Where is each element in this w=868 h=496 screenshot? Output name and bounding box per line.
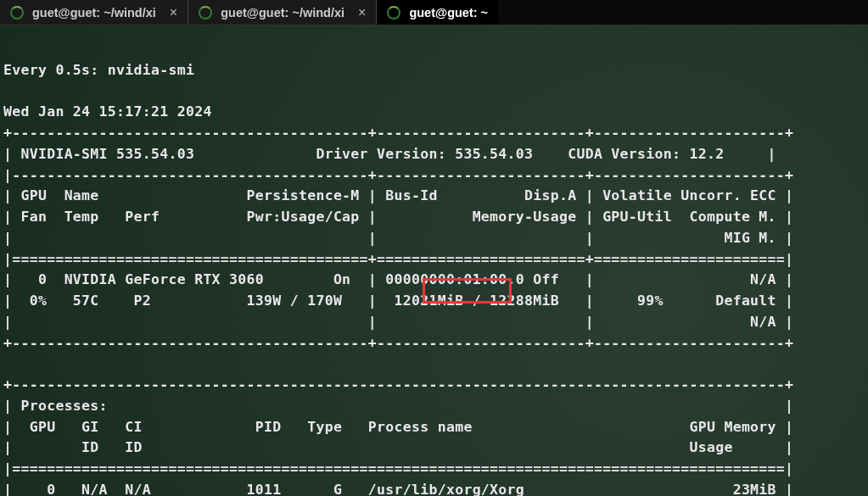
terminal-tab-1[interactable]: guet@guet: ~/wind/xi ×: [0, 0, 188, 25]
terminal-output[interactable]: Every 0.5s: nvidia-smi Wed Jan 24 15:17:…: [0, 25, 868, 496]
tab-title: guet@guet: ~/wind/xi: [221, 6, 344, 20]
separator-equals: |=======================================…: [3, 251, 793, 267]
tab-bar: guet@guet: ~/wind/xi × guet@guet: ~/wind…: [0, 0, 868, 25]
spinner-icon: [10, 6, 24, 20]
close-icon[interactable]: ×: [358, 5, 366, 20]
header-line-2: | Fan Temp Perf Pwr:Usage/Cap | Memory-U…: [3, 209, 793, 225]
border-bottom: +---------------------------------------…: [3, 335, 793, 351]
processes-header-1: | GPU GI CI PID Type Process name GPU Me…: [3, 419, 793, 435]
spinner-icon: [387, 6, 400, 20]
tab-title: guet@guet: ~: [409, 6, 488, 20]
close-icon[interactable]: ×: [170, 5, 177, 20]
gpu-row-1: | 0 NVIDIA GeForce RTX 3060 On | 0000000…: [3, 271, 793, 287]
tab-title: guet@guet: ~/wind/xi: [32, 6, 156, 20]
terminal-tab-2[interactable]: guet@guet: ~/wind/xi ×: [188, 0, 377, 25]
processes-title: | Processes: |: [3, 398, 793, 414]
process-row-1: | 0 N/A N/A 1011 G /usr/lib/xorg/Xorg 23…: [3, 482, 793, 496]
spinner-icon: [199, 6, 212, 20]
header-line-1: | GPU Name Persistence-M | Bus-Id Disp.A…: [3, 187, 793, 203]
timestamp-line: Wed Jan 24 15:17:21 2024: [3, 103, 212, 120]
gpu-row-3: | | | N/A |: [3, 314, 793, 330]
header-line-3: | | | MIG M. |: [3, 230, 793, 246]
gpu-row-2: | 0% 57C P2 139W / 170W | 12021MiB / 122…: [3, 293, 793, 309]
terminal-tab-3-active[interactable]: guet@guet: ~: [377, 0, 498, 25]
border-top: +---------------------------------------…: [3, 125, 793, 141]
processes-header-2: | ID ID Usage |: [3, 439, 793, 455]
processes-separator: |=======================================…: [3, 460, 793, 476]
separator-inner: |---------------------------------------…: [3, 167, 793, 183]
version-line: | NVIDIA-SMI 535.54.03 Driver Version: 5…: [3, 146, 776, 162]
watch-header-line: Every 0.5s: nvidia-smi: [3, 62, 194, 78]
processes-border-top: +---------------------------------------…: [3, 376, 793, 393]
